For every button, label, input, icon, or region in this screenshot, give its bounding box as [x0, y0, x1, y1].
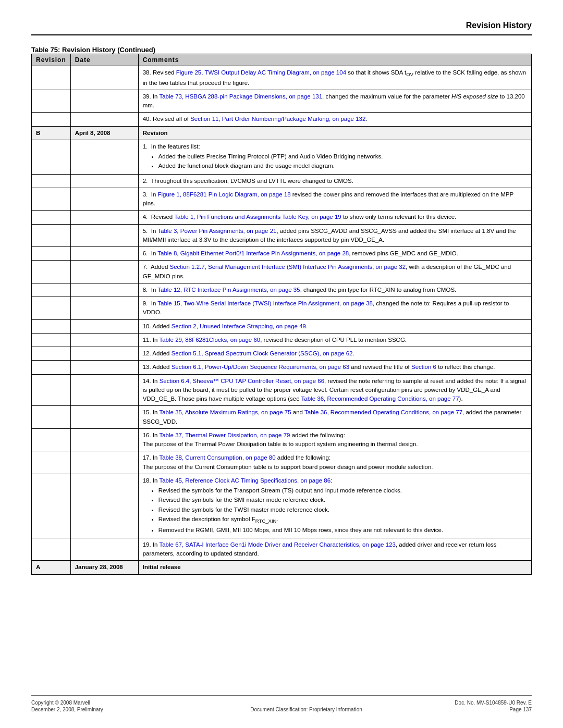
- revision-cell: [32, 224, 71, 247]
- date-cell: [70, 224, 138, 247]
- date-cell: [70, 140, 138, 174]
- comment-cell: 38. Revised Figure 25, TWSI Output Delay…: [138, 66, 531, 90]
- table-row: 5. In Table 3, Power Pin Assignments, on…: [32, 224, 532, 247]
- page-title: Revision History: [466, 21, 532, 30]
- comment-cell: 12. Added Section 5.1, Spread Spectrum C…: [138, 347, 531, 361]
- comment-cell: 8. In Table 12, RTC Interface Pin Assign…: [138, 283, 531, 297]
- revision-cell: [32, 140, 71, 174]
- revision-cell: [32, 406, 71, 429]
- table-title: Table 75: Revision History (Continued): [31, 46, 532, 54]
- revision-cell: [32, 247, 71, 261]
- date-cell: [70, 374, 138, 406]
- comment-cell: 11. In Table 29, 88F6281Clocks, on page …: [138, 333, 531, 347]
- date-cell: [70, 261, 138, 283]
- date-cell: [70, 428, 138, 451]
- table-row: 13. Added Section 6.1, Power-Up/Down Seq…: [32, 361, 532, 374]
- date-cell: [70, 347, 138, 361]
- comment-cell: 6. In Table 8, Gigabit Ethernet Port0/1 …: [138, 247, 531, 261]
- revision-cell: [32, 474, 71, 538]
- table-row: AJanuary 28, 2008Initial release: [32, 561, 532, 574]
- date-cell: [70, 451, 138, 474]
- table-row: 2. Throughout this specification, LVCMOS…: [32, 174, 532, 188]
- table-row: 1. In the features list:Added the bullet…: [32, 140, 532, 174]
- date-cell: [70, 113, 138, 126]
- revision-cell: [32, 283, 71, 297]
- date-cell: [70, 90, 138, 113]
- table-row: 40. Revised all of Section 11, Part Orde…: [32, 113, 532, 126]
- comment-cell: 5. In Table 3, Power Pin Assignments, on…: [138, 224, 531, 247]
- col-header-date: Date: [70, 54, 138, 66]
- revision-history-table: Revision Date Comments 38. Revised Figur…: [31, 54, 532, 575]
- revision-cell: B: [32, 126, 71, 140]
- footer-copyright: Copyright © 2008 Marvell: [31, 700, 90, 706]
- page-footer: Copyright © 2008 Marvell Doc. No. MV-S10…: [31, 695, 532, 712]
- table-row: 14. In Section 6.4, Sheeva™ CPU TAP Cont…: [32, 374, 532, 406]
- revision-cell: [32, 66, 71, 90]
- date-cell: January 28, 2008: [70, 561, 138, 574]
- comment-cell: Revision: [138, 126, 531, 140]
- comment-cell: 40. Revised all of Section 11, Part Orde…: [138, 113, 531, 126]
- col-header-revision: Revision: [32, 54, 71, 66]
- table-row: 7. Added Section 1.2.7, Serial Managemen…: [32, 261, 532, 283]
- revision-cell: [32, 319, 71, 333]
- date-cell: [70, 333, 138, 347]
- table-row: 18. In Table 45, Reference Clock AC Timi…: [32, 474, 532, 538]
- comment-cell: 13. Added Section 6.1, Power-Up/Down Seq…: [138, 361, 531, 374]
- date-cell: [70, 283, 138, 297]
- table-row: 4. Revised Table 1, Pin Functions and As…: [32, 211, 532, 224]
- table-row: 12. Added Section 5.1, Spread Spectrum C…: [32, 347, 532, 361]
- table-row: 11. In Table 29, 88F6281Clocks, on page …: [32, 333, 532, 347]
- comment-cell: Initial release: [138, 561, 531, 574]
- table-row: 3. In Figure 1, 88F6281 Pin Logic Diagra…: [32, 188, 532, 211]
- revision-cell: [32, 451, 71, 474]
- date-cell: [70, 474, 138, 538]
- comment-cell: 10. Added Section 2, Unused Interface St…: [138, 319, 531, 333]
- table-row: BApril 8, 2008Revision: [32, 126, 532, 140]
- date-cell: [70, 174, 138, 188]
- comment-cell: 2. Throughout this specification, LVCMOS…: [138, 174, 531, 188]
- footer-classification: Document Classification: Proprietary Inf…: [250, 707, 362, 712]
- comment-cell: 19. In Table 67, SATA-I Interface Gen1i …: [138, 538, 531, 561]
- table-row: 6. In Table 8, Gigabit Ethernet Port0/1 …: [32, 247, 532, 261]
- date-cell: [70, 247, 138, 261]
- page-header: Revision History: [31, 21, 532, 35]
- date-cell: [70, 297, 138, 320]
- table-row: 17. In Table 38, Current Consumption, on…: [32, 451, 532, 474]
- revision-cell: [32, 374, 71, 406]
- revision-cell: [32, 538, 71, 561]
- revision-cell: [32, 211, 71, 224]
- footer-page: Page 137: [509, 707, 532, 712]
- date-cell: [70, 319, 138, 333]
- revision-cell: [32, 90, 71, 113]
- comment-cell: 9. In Table 15, Two-Wire Serial Interfac…: [138, 297, 531, 320]
- revision-cell: [32, 113, 71, 126]
- table-row: 39. In Table 73, HSBGA 288-pin Package D…: [32, 90, 532, 113]
- comment-cell: 18. In Table 45, Reference Clock AC Timi…: [138, 474, 531, 538]
- revision-cell: [32, 188, 71, 211]
- revision-cell: [32, 261, 71, 283]
- comment-cell: 16. In Table 37, Thermal Power Dissipati…: [138, 428, 531, 451]
- table-row: 9. In Table 15, Two-Wire Serial Interfac…: [32, 297, 532, 320]
- table-row: 15. In Table 35, Absolute Maximum Rating…: [32, 406, 532, 429]
- col-header-comments: Comments: [138, 54, 531, 66]
- comment-cell: 3. In Figure 1, 88F6281 Pin Logic Diagra…: [138, 188, 531, 211]
- table-row: 38. Revised Figure 25, TWSI Output Delay…: [32, 66, 532, 90]
- comment-cell: 7. Added Section 1.2.7, Serial Managemen…: [138, 261, 531, 283]
- revision-cell: [32, 361, 71, 374]
- revision-cell: [32, 347, 71, 361]
- date-cell: [70, 538, 138, 561]
- table-row: 16. In Table 37, Thermal Power Dissipati…: [32, 428, 532, 451]
- date-cell: April 8, 2008: [70, 126, 138, 140]
- comment-cell: 39. In Table 73, HSBGA 288-pin Package D…: [138, 90, 531, 113]
- table-row: 19. In Table 67, SATA-I Interface Gen1i …: [32, 538, 532, 561]
- date-cell: [70, 211, 138, 224]
- comment-cell: 1. In the features list:Added the bullet…: [138, 140, 531, 174]
- footer-date: December 2, 2008, Preliminary: [31, 707, 103, 712]
- revision-cell: [32, 333, 71, 347]
- date-cell: [70, 406, 138, 429]
- revision-cell: A: [32, 561, 71, 574]
- revision-cell: [32, 174, 71, 188]
- table-row: 10. Added Section 2, Unused Interface St…: [32, 319, 532, 333]
- comment-cell: 4. Revised Table 1, Pin Functions and As…: [138, 211, 531, 224]
- date-cell: [70, 66, 138, 90]
